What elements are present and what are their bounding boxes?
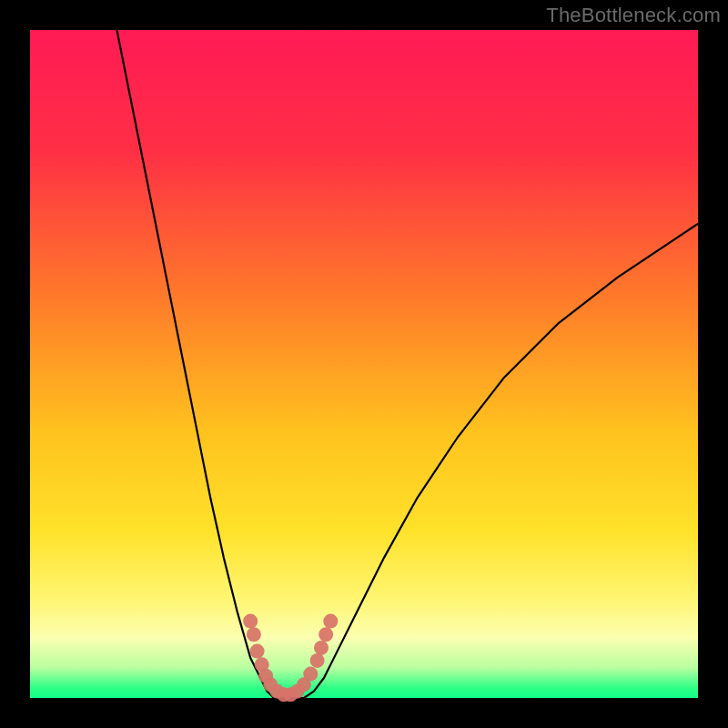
pink-dot — [303, 667, 318, 682]
pink-dot — [323, 614, 338, 629]
pink-dot — [310, 653, 325, 668]
canvas: TheBottleneck.com — [0, 0, 728, 728]
pink-dot — [250, 644, 265, 659]
chart — [30, 30, 698, 698]
plot-area — [30, 30, 698, 698]
pink-dot — [314, 641, 329, 655]
attribution-text: TheBottleneck.com — [546, 4, 721, 27]
right-curve-line — [304, 224, 698, 698]
left-curve-line — [116, 30, 273, 698]
pink-dots-group — [243, 614, 338, 703]
pink-dot — [243, 614, 258, 629]
pink-dot — [318, 627, 333, 642]
pink-dot — [247, 627, 261, 642]
